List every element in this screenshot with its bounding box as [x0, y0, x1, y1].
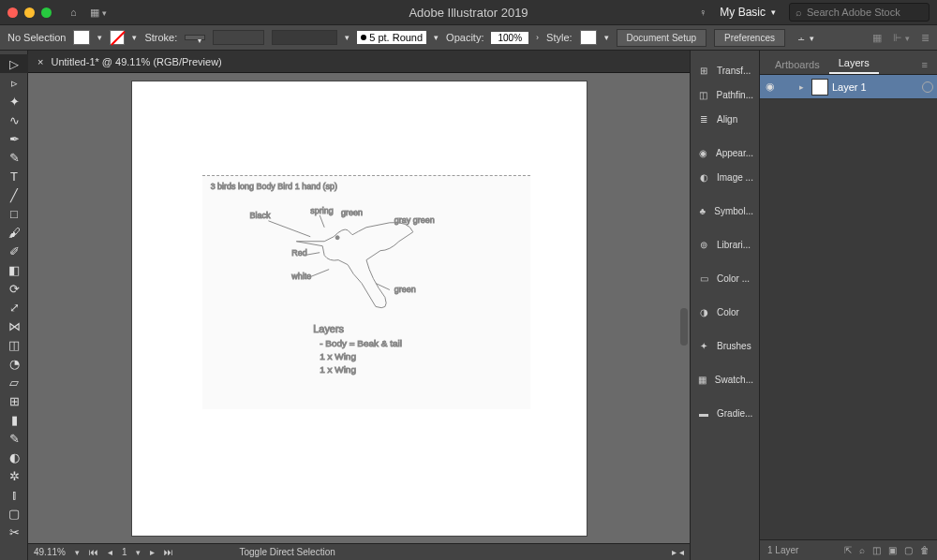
maximize-window-icon[interactable] [41, 7, 52, 18]
type-tool[interactable]: T [0, 167, 28, 185]
arrange-docs-icon[interactable]: ▦ ▾ [90, 7, 107, 19]
help-icon[interactable]: ♀ [699, 7, 706, 18]
opacity-input[interactable]: 100% [491, 32, 528, 44]
symbol-sprayer-tool[interactable]: ✲ [0, 466, 28, 485]
slice-tool[interactable]: ✂ [0, 523, 28, 541]
shape-builder-tool[interactable]: ◔ [0, 354, 28, 373]
nav-first-icon[interactable]: ⏮ [89, 547, 98, 557]
panel-symbols[interactable]: ♣Symbol... [691, 199, 759, 223]
layer-thumbnail [811, 79, 828, 96]
width-tool[interactable]: ⋈ [0, 317, 28, 335]
panel-gradient[interactable]: ▬Gradie... [691, 401, 759, 425]
lasso-tool[interactable]: ∿ [0, 111, 28, 129]
stroke-profile-dropdown[interactable] [272, 30, 337, 45]
panel-align[interactable]: ≣Align [691, 107, 759, 131]
layer-name[interactable]: Layer 1 [832, 81, 918, 93]
blend-tool[interactable]: ◐ [0, 448, 28, 466]
tab-layers[interactable]: Layers [829, 53, 879, 74]
search-placeholder: Search Adobe Stock [807, 7, 900, 18]
panel-brushes[interactable]: ✦Brushes [691, 333, 759, 358]
close-tab-icon[interactable]: × [37, 56, 43, 67]
panel-appearance[interactable]: ◉Appear... [691, 140, 759, 165]
artboard-tool[interactable]: ▢ [0, 504, 28, 523]
line-tool[interactable]: ╱ [0, 185, 28, 204]
svg-text:spring: spring [310, 205, 333, 214]
locate-icon[interactable]: ⇱ [844, 545, 852, 555]
magic-wand-tool[interactable]: ✦ [0, 92, 28, 111]
find-icon[interactable]: ⌕ [859, 545, 865, 555]
stroke-width-dropdown[interactable] [213, 30, 264, 45]
brush-definition-dropdown[interactable]: 5 pt. Round [357, 31, 426, 44]
perspective-tool[interactable]: ▱ [0, 373, 28, 391]
nav-next-icon[interactable]: ▸ [150, 547, 155, 557]
pen-tool[interactable]: ✒ [0, 129, 28, 148]
tab-artboards[interactable]: Artboards [766, 55, 829, 74]
eraser-tool[interactable]: ◧ [0, 260, 28, 279]
grid-icon[interactable]: ▦ [872, 32, 882, 44]
preferences-button[interactable]: Preferences [714, 29, 785, 47]
svg-line-4 [320, 214, 324, 227]
svg-text:Black: Black [249, 210, 270, 219]
expand-arrow-icon[interactable]: ▸ [796, 82, 808, 92]
scale-tool[interactable]: ⤢ [0, 298, 28, 317]
svg-text:1 x Wing: 1 x Wing [320, 364, 356, 375]
search-input[interactable]: ⌕ Search Adobe Stock [789, 3, 930, 22]
workspace-switcher[interactable]: My Basic ▾ [720, 6, 776, 19]
layer-row[interactable]: ◉ ▸ Layer 1 [760, 75, 937, 99]
close-window-icon[interactable] [7, 7, 18, 18]
target-icon[interactable] [922, 81, 933, 93]
layers-panel: Artboards Layers ≡ ◉ ▸ Layer 1 1 Layer ⇱… [759, 51, 937, 560]
mesh-tool[interactable]: ⊞ [0, 391, 28, 410]
list-icon[interactable]: ≣ [921, 32, 930, 44]
graph-tool[interactable]: ⫿ [0, 485, 28, 504]
align-icon[interactable]: ⫠ ▾ [796, 32, 814, 43]
pathfinder-icon: ◫ [696, 87, 711, 102]
nav-last-icon[interactable]: ⏭ [164, 547, 173, 557]
clip-icon[interactable]: ◫ [872, 545, 881, 555]
selection-tool[interactable]: ▷ [0, 54, 28, 73]
panel-color-guide[interactable]: ▭Color ... [691, 266, 759, 290]
fill-swatch[interactable] [73, 30, 90, 45]
shaper-tool[interactable]: ✐ [0, 242, 28, 260]
stroke-swatch[interactable] [110, 30, 125, 45]
gradient-tool[interactable]: ▮ [0, 410, 28, 429]
home-icon[interactable]: ⌂ [70, 7, 77, 18]
document-setup-button[interactable]: Document Setup [617, 29, 707, 47]
eyedropper-tool[interactable]: ✎ [0, 429, 28, 448]
brush-dot-icon [361, 35, 366, 40]
align-icon: ≣ [696, 111, 711, 126]
opacity-caret[interactable]: › [536, 33, 539, 42]
artboard[interactable]: 3 birds long Body Bird 1 hand (sp) Black… [132, 81, 587, 536]
panel-swatches[interactable]: ▦Swatch... [691, 367, 759, 391]
curvature-tool[interactable]: ✎ [0, 148, 28, 167]
panel-menu-icon[interactable]: ≡ [918, 55, 931, 74]
minimize-window-icon[interactable] [24, 7, 35, 18]
stroke-weight-dropdown[interactable] [185, 35, 205, 40]
new-sublayer-icon[interactable]: ▣ [888, 545, 897, 555]
nav-prev-icon[interactable]: ◂ [108, 547, 112, 557]
canvas[interactable]: 3 birds long Body Bird 1 hand (sp) Black… [28, 73, 690, 543]
new-layer-icon[interactable]: ▢ [904, 545, 913, 555]
panel-pathfinder[interactable]: ◫Pathfin... [691, 82, 759, 107]
snap-icon[interactable]: ⊩ ▾ [893, 32, 910, 44]
nav-arrows[interactable]: ▸ ◂ [672, 547, 684, 557]
paintbrush-tool[interactable]: 🖌 [0, 223, 28, 242]
status-bar: 49.11%▾ ⏮ ◂ 1▾ ▸ ⏭ Toggle Direct Selecti… [28, 543, 690, 560]
panel-image-trace[interactable]: ◐Image ... [691, 165, 759, 189]
page-number[interactable]: 1 [122, 547, 127, 557]
panel-transform[interactable]: ⊞Transf... [691, 58, 759, 82]
svg-text:white: white [290, 271, 311, 280]
document-tab[interactable]: × Untitled-1* @ 49.11% (RGB/Preview) [28, 51, 690, 73]
panel-libraries[interactable]: ⊚Librari... [691, 232, 759, 257]
free-transform-tool[interactable]: ◫ [0, 335, 28, 354]
dock-toggle[interactable] [680, 308, 688, 346]
style-swatch[interactable] [580, 30, 597, 45]
titlebar: ⌂ ▦ ▾ Adobe Illustrator 2019 ♀ My Basic … [0, 0, 937, 24]
rotate-tool[interactable]: ⟳ [0, 279, 28, 298]
rectangle-tool[interactable]: □ [0, 204, 28, 223]
delete-layer-icon[interactable]: 🗑 [920, 545, 930, 555]
visibility-icon[interactable]: ◉ [764, 81, 777, 93]
direct-selection-tool[interactable]: ▹ [0, 73, 28, 92]
zoom-value[interactable]: 49.11% [34, 547, 66, 557]
panel-color[interactable]: ◑Color [691, 300, 759, 324]
